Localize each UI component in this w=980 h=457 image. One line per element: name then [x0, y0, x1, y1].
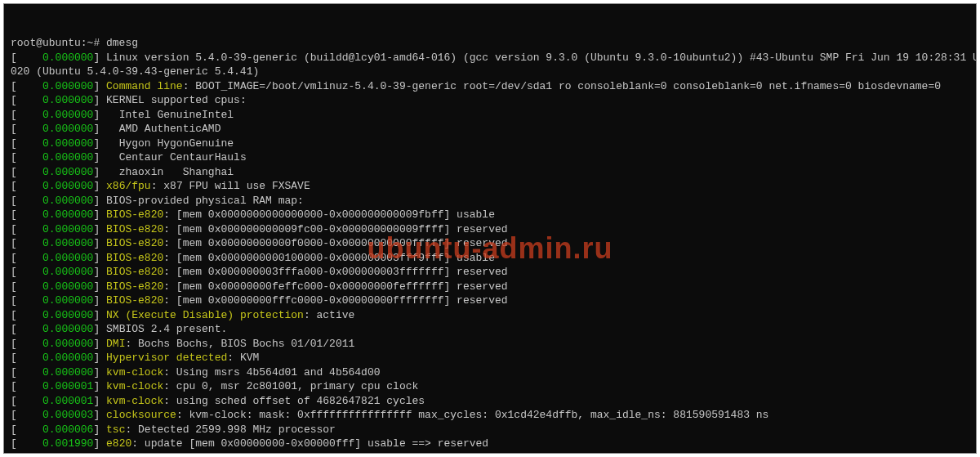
bracket-open: [ [11, 223, 42, 235]
log-segment: clocksource [100, 409, 176, 421]
log-segment: : KVM [227, 352, 259, 364]
timestamp: 0.000000 [42, 195, 93, 207]
log-segment: : update [mem 0x00000000-0x00000fff] usa… [131, 437, 488, 450]
log-line: [ 0.000000] Hypervisor detected: KVM [11, 351, 969, 365]
timestamp: 0.000000 [42, 309, 93, 321]
bracket-open: [ [11, 208, 42, 221]
log-line: [ 0.001992] e820: remove [mem 0x000a0000… [11, 451, 969, 455]
bracket-open: [ [11, 180, 42, 192]
timestamp: 0.000000 [42, 123, 93, 135]
timestamp: 0.001990 [42, 437, 93, 450]
log-line: [ 0.000000] kvm-clock: Using msrs 4b564d… [11, 365, 969, 380]
timestamp: 0.000006 [42, 423, 93, 436]
log-segment: : [mem 0x0000000000000000-0x000000000009… [163, 208, 495, 221]
bracket-open: [ [11, 452, 42, 455]
bracket-open: [ [11, 380, 42, 392]
bracket-open: [ [11, 366, 42, 379]
log-line: [ 0.000000] BIOS-e820: [mem 0x00000000fe… [11, 280, 969, 294]
timestamp: 0.000000 [42, 166, 93, 178]
log-line: [ 0.000000] zhaoxin Shanghai [11, 165, 969, 180]
log-segment: BIOS-e820 [100, 208, 163, 221]
log-segment: : using sched offset of 4682647821 cycle… [163, 395, 425, 407]
log-segment: BIOS-e820 [100, 266, 163, 278]
timestamp: 0.000001 [42, 395, 93, 407]
log-line: [ 0.000006] tsc: Detected 2599.998 MHz p… [11, 423, 969, 437]
bracket-open: [ [11, 323, 42, 335]
log-segment: : remove [mem 0x000a0000-0x000fffff] usa… [131, 452, 405, 455]
log-segment: tsc [100, 423, 125, 436]
bracket-open: [ [11, 151, 42, 164]
log-segment: Centaur CentaurHauls [100, 151, 246, 164]
timestamp: 0.000003 [42, 409, 93, 421]
timestamp: 0.000000 [42, 137, 93, 150]
log-segment: DMI [100, 338, 125, 350]
timestamp: 0.000000 [42, 109, 93, 121]
log-segment: NX (Execute Disable) protection [100, 309, 304, 321]
bracket-open: [ [11, 237, 42, 249]
log-segment: Command line [100, 80, 182, 92]
log-line: [ 0.000000] AMD AuthenticAMD [11, 122, 969, 137]
timestamp: 0.000000 [42, 94, 93, 106]
log-segment: : x87 FPU will use FXSAVE [151, 180, 310, 192]
log-line-wrap: 020 (Ubuntu 5.4.0-39.43-generic 5.4.41) [11, 65, 969, 79]
bracket-open: [ [11, 266, 42, 278]
bracket-open: [ [11, 52, 42, 64]
log-segment: : Using msrs 4b564d01 and 4b564d00 [163, 366, 380, 379]
bracket-open: [ [11, 80, 42, 92]
terminal-window[interactable]: root@ubuntu:~# dmesg[ 0.000000] Linux ve… [3, 3, 977, 454]
log-line: [ 0.000000] BIOS-e820: [mem 0x0000000000… [11, 222, 969, 237]
timestamp: 0.000000 [42, 80, 93, 92]
log-segment: x86/fpu [100, 180, 150, 192]
log-line: [ 0.000001] kvm-clock: using sched offse… [11, 394, 969, 409]
log-segment: : [mem 0x0000000000100000-0x000000003fff… [163, 252, 495, 264]
log-segment: BIOS-e820 [100, 252, 163, 264]
log-segment: : [mem 0x00000000000f0000-0x00000000000f… [163, 237, 507, 249]
log-line: [ 0.000001] kvm-clock: cpu 0, msr 2c8010… [11, 379, 969, 394]
log-line: [ 0.000000] BIOS-e820: [mem 0x0000000000… [11, 236, 969, 251]
log-segment: BIOS-e820 [100, 237, 163, 249]
timestamp: 0.000001 [42, 380, 93, 392]
bracket-open: [ [11, 309, 42, 321]
log-segment: Hypervisor detected [100, 352, 227, 364]
timestamp: 0.000000 [42, 266, 93, 278]
log-segment: Linux version 5.4.0-39-generic (buildd@l… [100, 52, 977, 64]
log-segment: SMBIOS 2.4 present. [100, 323, 227, 335]
log-segment: BIOS-e820 [100, 280, 163, 293]
log-line: [ 0.000000] BIOS-e820: [mem 0x0000000000… [11, 208, 969, 222]
bracket-open: [ [11, 437, 42, 450]
bracket-open: [ [11, 294, 42, 307]
bracket-open: [ [11, 280, 42, 293]
bracket-open: [ [11, 109, 42, 121]
bracket-open: [ [11, 137, 42, 150]
log-segment: kvm-clock [100, 366, 163, 379]
log-line: [ 0.000000] Centaur CentaurHauls [11, 150, 969, 165]
bracket-open: [ [11, 94, 42, 106]
log-segment: : kvm-clock: mask: 0xffffffffffffffff ma… [176, 409, 769, 421]
log-segment: : BOOT_IMAGE=/boot/vmlinuz-5.4.0-39-gene… [183, 80, 941, 92]
log-segment: kvm-clock [100, 380, 163, 392]
log-segment: KERNEL supported cpus: [100, 94, 246, 106]
log-segment: BIOS-e820 [100, 223, 163, 235]
log-segment: BIOS-provided physical RAM map: [100, 195, 304, 207]
bracket-open: [ [11, 195, 42, 207]
bracket-open: [ [11, 338, 42, 350]
log-segment: e820 [100, 452, 131, 455]
timestamp: 0.001992 [42, 452, 93, 455]
timestamp: 0.000000 [42, 252, 93, 264]
log-segment: e820 [100, 437, 131, 450]
timestamp: 0.000000 [42, 208, 93, 221]
log-segment: Intel GenuineIntel [100, 109, 234, 121]
log-segment: : [mem 0x00000000fffc0000-0x00000000ffff… [163, 294, 507, 307]
log-line: [ 0.000000] Command line: BOOT_IMAGE=/bo… [11, 79, 969, 94]
timestamp: 0.000000 [42, 52, 93, 64]
shell-prompt: root@ubuntu:~# dmesg [11, 36, 969, 51]
log-segment: : cpu 0, msr 2c801001, primary cpu clock [163, 380, 418, 392]
log-line: [ 0.000000] BIOS-e820: [mem 0x000000003f… [11, 265, 969, 280]
bracket-open: [ [11, 409, 42, 421]
log-line: [ 0.000000] Intel GenuineIntel [11, 108, 969, 123]
log-line: [ 0.000003] clocksource: kvm-clock: mask… [11, 408, 969, 423]
log-line: [ 0.001990] e820: update [mem 0x00000000… [11, 437, 969, 451]
timestamp: 0.000000 [42, 280, 93, 293]
log-line: [ 0.000000] KERNEL supported cpus: [11, 93, 969, 108]
bracket-open: [ [11, 166, 42, 178]
